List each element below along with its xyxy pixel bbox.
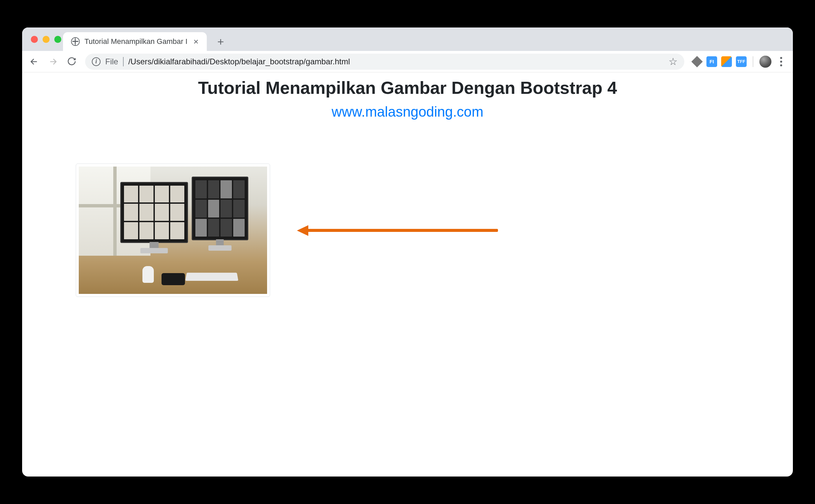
- browser-window: Tutorial Menampilkan Gambar I × + i File…: [22, 27, 793, 477]
- arrow-right-icon: [48, 57, 58, 66]
- back-button[interactable]: [26, 54, 42, 70]
- toolbar: i File /Users/dikialfarabihadi/Desktop/b…: [22, 51, 793, 72]
- extension-ns-icon[interactable]: [721, 56, 732, 67]
- address-prefix: File: [105, 57, 124, 66]
- toolbar-separator: [753, 56, 753, 67]
- arrow-annotation: [297, 225, 498, 235]
- content-row: [22, 164, 793, 297]
- page-content: Tutorial Menampilkan Gambar Dengan Boots…: [22, 72, 793, 477]
- tab-bar: Tutorial Menampilkan Gambar I × +: [22, 27, 793, 51]
- page-title: Tutorial Menampilkan Gambar Dengan Boots…: [22, 78, 793, 98]
- window-controls: [31, 36, 61, 43]
- arrow-left-icon: [29, 57, 39, 66]
- new-tab-button[interactable]: +: [213, 34, 229, 50]
- close-window-button[interactable]: [31, 36, 38, 43]
- page-subtitle-link[interactable]: www.malasngoding.com: [22, 104, 793, 120]
- address-bar[interactable]: i File /Users/dikialfarabihadi/Desktop/b…: [85, 54, 684, 70]
- globe-icon: [71, 37, 80, 46]
- image-desk-monitors: [79, 167, 267, 294]
- browser-tab[interactable]: Tutorial Menampilkan Gambar I ×: [63, 32, 207, 51]
- thumbnail-image: [76, 164, 270, 297]
- extension-icons: FI TFF: [690, 54, 789, 69]
- tab-title: Tutorial Menampilkan Gambar I: [84, 37, 187, 46]
- extension-diamond-icon[interactable]: [692, 56, 702, 67]
- reload-button[interactable]: [64, 54, 80, 70]
- site-info-icon[interactable]: i: [92, 57, 101, 66]
- close-tab-button[interactable]: ×: [192, 37, 200, 46]
- browser-menu-button[interactable]: [775, 54, 787, 69]
- arrow-line: [306, 229, 498, 232]
- address-path: /Users/dikialfarabihadi/Desktop/belajar_…: [128, 57, 350, 66]
- minimize-window-button[interactable]: [43, 36, 50, 43]
- bookmark-star-icon[interactable]: ☆: [669, 56, 678, 67]
- profile-avatar[interactable]: [759, 56, 771, 68]
- maximize-window-button[interactable]: [54, 36, 61, 43]
- extension-tff-icon[interactable]: TFF: [736, 56, 747, 67]
- extension-fi-icon[interactable]: FI: [706, 56, 717, 67]
- forward-button[interactable]: [45, 54, 61, 70]
- reload-icon: [67, 57, 76, 66]
